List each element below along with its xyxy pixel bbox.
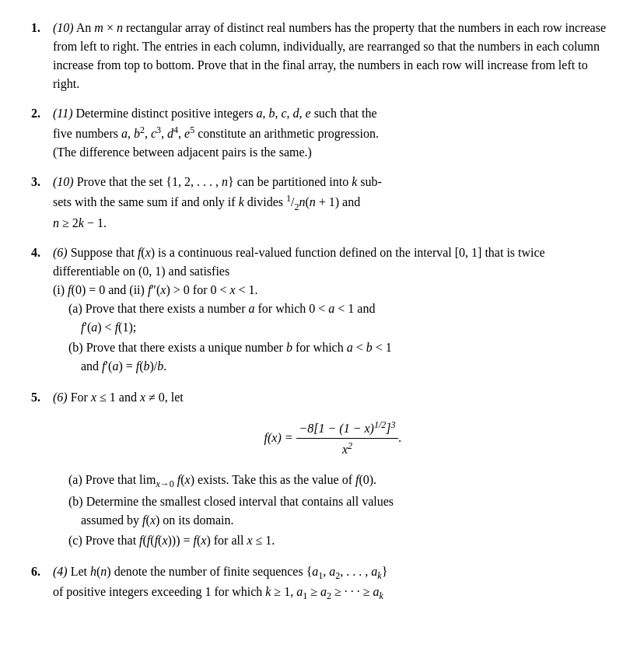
problem-2-number: 2. (31, 104, 53, 123)
problem-1-number: 1. (31, 19, 53, 37)
problem-5-formula: f(x) = −8[1 − (1 − x)1/2]3 x2 . (53, 418, 613, 460)
problem-5-number: 5. (31, 388, 53, 407)
problem-2: 2. (11) Determine distinct positive inte… (31, 104, 613, 162)
problem-list: 1. (10) An m × n rectangular array of di… (31, 19, 613, 603)
problem-4-points: (6) (53, 246, 68, 259)
problem-3-number: 3. (31, 173, 53, 191)
problem-6: 6. (4) Let h(n) denote the number of fin… (31, 562, 613, 603)
problem-6-number: 6. (31, 562, 53, 581)
problem-5-points: (6) (53, 391, 68, 404)
problem-4-content: (6) Suppose that f(x) is a continuous re… (53, 243, 613, 377)
problem-3: 3. (10) Prove that the set {1, 2, . . . … (31, 173, 613, 233)
problem-6-content: (4) Let h(n) denote the number of finite… (53, 562, 613, 603)
problem-1-content: (10) An m × n rectangular array of disti… (53, 19, 613, 93)
problem-4-part-b: (b) Prove that there exists a unique num… (68, 338, 613, 376)
problem-4-part-a: (a) Prove that there exists a number a f… (68, 299, 613, 337)
problem-6-points: (4) (53, 565, 68, 578)
problem-2-content: (11) Determine distinct positive integer… (53, 104, 613, 162)
problem-1-points: (10) (53, 21, 74, 34)
problem-2-points: (11) (53, 107, 72, 120)
problem-4-number: 4. (31, 243, 53, 262)
problem-3-content: (10) Prove that the set {1, 2, . . . , n… (53, 173, 613, 233)
problem-1: 1. (10) An m × n rectangular array of di… (31, 19, 613, 93)
problem-5: 5. (6) For x ≤ 1 and x ≠ 0, let f(x) = −… (31, 388, 613, 552)
problem-5-content: (6) For x ≤ 1 and x ≠ 0, let f(x) = −8[1… (53, 388, 613, 552)
problem-3-points: (10) (53, 175, 74, 188)
problem-5-part-c: (c) Prove that f(f(f(x))) = f(x) for all… (68, 531, 613, 550)
problem-5-part-b: (b) Determine the smallest closed interv… (68, 492, 613, 530)
problem-5-part-a: (a) Prove that limx→0 f(x) exists. Take … (68, 471, 613, 491)
problem-4: 4. (6) Suppose that f(x) is a continuous… (31, 243, 613, 377)
